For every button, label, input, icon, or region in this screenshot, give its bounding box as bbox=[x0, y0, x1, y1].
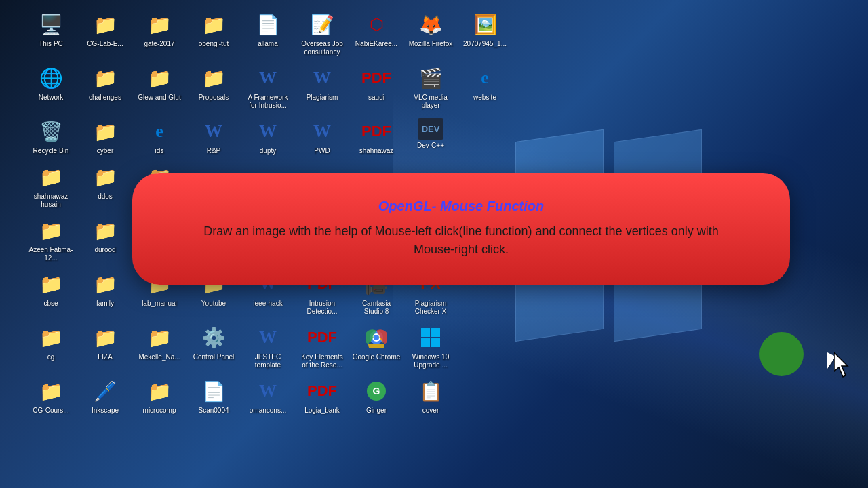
icon-key-elements[interactable]: PDF Key Elements of the Rese... bbox=[295, 320, 349, 373]
icon-website[interactable]: e website bbox=[458, 60, 512, 114]
icon-inkscape-label: Inkscape bbox=[92, 407, 119, 415]
icon-mekelle-na[interactable]: 📁 Mekelle_Na... bbox=[132, 320, 186, 373]
icon-ieee-label: ieee-hack bbox=[253, 300, 282, 308]
icon-cg-lab[interactable]: 📁 CG-Lab-E... bbox=[78, 7, 132, 60]
icon-omancons[interactable]: W omancons... bbox=[241, 373, 295, 419]
icon-mekelle-label: Mekelle_Na... bbox=[138, 353, 180, 361]
svg-rect-6 bbox=[431, 338, 440, 347]
dev-cpp-icon: DEV bbox=[418, 118, 443, 140]
icon-20707945[interactable]: 🖼️ 20707945_1... bbox=[458, 7, 512, 60]
word-icon-pwd: W bbox=[309, 118, 336, 145]
icon-recycle-bin[interactable]: 🗑️ Recycle Bin bbox=[24, 114, 78, 159]
icon-allama[interactable]: 📄 allama bbox=[241, 7, 295, 60]
icon-cyber[interactable]: 📁 cyber bbox=[78, 114, 132, 159]
folder-icon-azeen: 📁 bbox=[37, 217, 64, 244]
icon-saudi[interactable]: PDF saudi bbox=[349, 60, 403, 114]
icon-cyber-label: cyber bbox=[97, 147, 113, 155]
icon-youtube-label: Youtube bbox=[201, 300, 226, 308]
icon-this-pc[interactable]: 🖥️ This PC bbox=[24, 7, 78, 60]
icon-camtasia-label: Camtasia Studio 8 bbox=[352, 300, 401, 316]
icon-row-7: 📁 cg 📁 FIZA 📁 Mekelle_Na... ⚙️ Control P… bbox=[24, 320, 512, 373]
icon-glew-glut[interactable]: 📁 Glew and Glut bbox=[132, 60, 186, 114]
icon-nabi-label: NabiEKaree... bbox=[355, 40, 397, 48]
icon-network-label: Network bbox=[39, 94, 64, 102]
svg-rect-4 bbox=[431, 328, 440, 337]
folder-icon-cg: 📁 bbox=[37, 324, 64, 351]
icon-jestec[interactable]: W JESTEC template bbox=[241, 320, 295, 373]
icon-overseas-job[interactable]: 📝 Overseas Job consultancy bbox=[295, 7, 349, 60]
icon-a-framework[interactable]: W A Framework for Intrusio... bbox=[241, 60, 295, 114]
icon-ids-label: ids bbox=[155, 147, 164, 155]
icon-google-chrome[interactable]: Google Chrome bbox=[349, 320, 403, 373]
icon-image-label: 20707945_1... bbox=[463, 40, 507, 48]
icon-dupty[interactable]: W dupty bbox=[241, 114, 295, 159]
folder-icon-family: 📁 bbox=[92, 270, 119, 298]
icon-microcomp[interactable]: 📁 microcomp bbox=[132, 373, 186, 419]
folder-icon-gate: 📁 bbox=[146, 11, 173, 38]
icon-jestec-label: JESTEC template bbox=[243, 353, 292, 369]
icon-durood-label: durood bbox=[94, 246, 115, 254]
icon-vlc[interactable]: 🎬 VLC media player bbox=[403, 60, 458, 114]
icon-pwd[interactable]: W PWD bbox=[295, 114, 349, 159]
icon-family[interactable]: 📁 family bbox=[78, 266, 132, 320]
monitor-icon: 🖥️ bbox=[37, 11, 64, 38]
popup-body: Draw an image with the help of Mouse-lef… bbox=[203, 222, 718, 259]
icon-row-8: 📁 CG-Cours... 🖊️ Inkscape 📁 microcomp 📄 … bbox=[24, 373, 512, 419]
icon-gate-2017[interactable]: 📁 gate-2017 bbox=[132, 7, 186, 60]
icon-scan0004[interactable]: 📄 Scan0004 bbox=[186, 373, 241, 419]
icon-cg[interactable]: 📁 cg bbox=[24, 320, 78, 373]
icon-windows-label: Windows 10 Upgrade ... bbox=[406, 353, 455, 369]
icon-durood[interactable]: 📁 durood bbox=[78, 213, 132, 266]
icon-challenges[interactable]: 📁 challenges bbox=[78, 60, 132, 114]
icon-row-3: 🗑️ Recycle Bin 📁 cyber e ids W R&P W dup… bbox=[24, 114, 512, 159]
icon-px-label: Plagiarism Checker X bbox=[406, 300, 455, 316]
icon-omancons-label: omancons... bbox=[250, 407, 286, 415]
icon-plagiarism1[interactable]: W Plagiarism bbox=[295, 60, 349, 114]
edge-icon-nabi: ⬡ bbox=[363, 11, 390, 38]
icon-ddos[interactable]: 📁 ddos bbox=[78, 159, 132, 213]
folder-icon-fiza: 📁 bbox=[92, 324, 119, 351]
icon-cbse[interactable]: 📁 cbse bbox=[24, 266, 78, 320]
control-panel-icon: ⚙️ bbox=[200, 324, 227, 351]
folder-icon-proposals: 📁 bbox=[200, 64, 227, 92]
icon-ginger[interactable]: G Ginger bbox=[349, 373, 403, 419]
firefox-icon: 🦊 bbox=[417, 11, 444, 38]
icon-mozilla-firefox[interactable]: 🦊 Mozilla Firefox bbox=[403, 7, 458, 60]
word-icon-plagiarism: W bbox=[309, 64, 336, 92]
folder-icon-cbse: 📁 bbox=[37, 270, 64, 298]
icon-azeen-fatima[interactable]: 📁 Azeen Fatima-12... bbox=[24, 213, 78, 266]
icon-lab-label: lab_manual bbox=[142, 300, 177, 308]
icon-proposals[interactable]: 📁 Proposals bbox=[186, 60, 241, 114]
icon-fiza[interactable]: 📁 FIZA bbox=[78, 320, 132, 373]
icon-network[interactable]: 🌐 Network bbox=[24, 60, 78, 114]
icon-cover[interactable]: 📋 cover bbox=[403, 373, 458, 419]
edge-icon-website: e bbox=[471, 64, 498, 92]
icon-windows-upgrade[interactable]: Windows 10 Upgrade ... bbox=[403, 320, 458, 373]
word-icon-rp: W bbox=[200, 118, 227, 145]
icon-cg-cours[interactable]: 📁 CG-Cours... bbox=[24, 373, 78, 419]
icon-shahnawaz-label: shahnawaz bbox=[359, 147, 394, 155]
icon-rp[interactable]: W R&P bbox=[186, 114, 241, 159]
icon-this-pc-label: This PC bbox=[39, 40, 63, 48]
icon-framework-label: A Framework for Intrusio... bbox=[243, 94, 292, 110]
svg-text:G: G bbox=[373, 386, 380, 396]
icon-inkscape[interactable]: 🖊️ Inkscape bbox=[78, 373, 132, 419]
pdf-icon-shahnawaz: PDF bbox=[363, 118, 390, 145]
icon-control-panel[interactable]: ⚙️ Control Panel bbox=[186, 320, 241, 373]
icon-nabi[interactable]: ⬡ NabiEKaree... bbox=[349, 7, 403, 60]
icon-logia-label: Logia_bank bbox=[304, 407, 340, 415]
icon-ids[interactable]: e ids bbox=[132, 114, 186, 159]
icon-logia-bank[interactable]: PDF Logia_bank bbox=[295, 373, 349, 419]
word-icon-framework: W bbox=[254, 64, 281, 92]
ginger-icon: G bbox=[363, 378, 390, 405]
svg-rect-3 bbox=[421, 328, 430, 337]
svg-point-2 bbox=[374, 335, 379, 340]
icon-shahnawaz-husain[interactable]: 📁 shahnawaz husain bbox=[24, 159, 78, 213]
icon-opengl-tut[interactable]: 📁 opengl-tut bbox=[186, 7, 241, 60]
icon-azeen-label: Azeen Fatima-12... bbox=[26, 246, 75, 262]
icon-intrusion-label: Intrusion Detectio... bbox=[298, 300, 347, 316]
icon-shahnawaz[interactable]: PDF shahnawaz bbox=[349, 114, 403, 159]
svg-rect-5 bbox=[421, 338, 430, 347]
icon-dupty-label: dupty bbox=[260, 147, 276, 155]
icon-dev-cpp[interactable]: DEV Dev-C++ bbox=[403, 114, 458, 159]
